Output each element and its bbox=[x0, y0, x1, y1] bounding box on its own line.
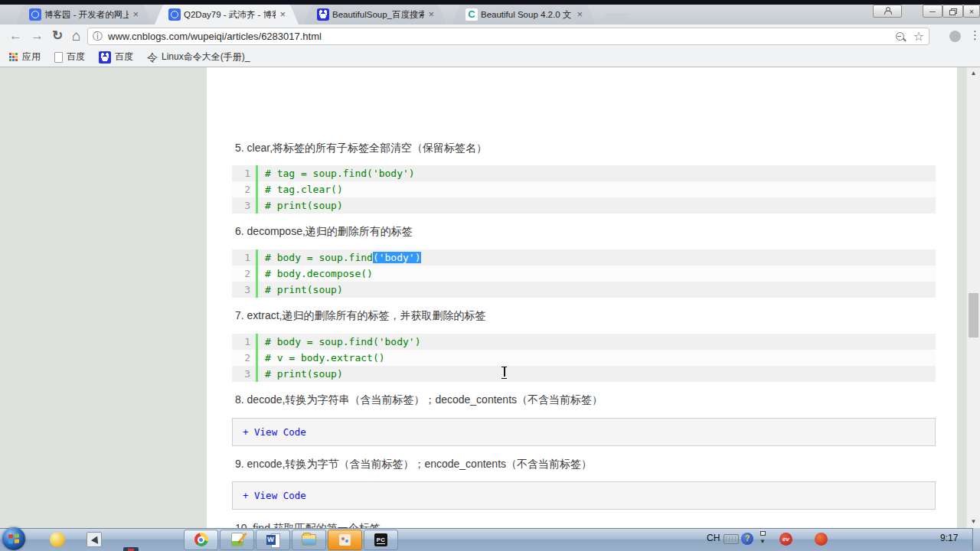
page-info-icon[interactable]: ⓘ bbox=[93, 30, 103, 44]
section-heading: 8. decode,转换为字符串（含当前标签）；decode_contents（… bbox=[235, 393, 603, 407]
section-heading: 6. decompose,递归的删除所有的标签 bbox=[235, 225, 413, 239]
view-code-toggle[interactable]: + View Code bbox=[232, 418, 936, 446]
recording-indicator-icon[interactable] bbox=[815, 533, 828, 546]
tab-title: 博客园 - 开发者的网上家 bbox=[44, 9, 129, 21]
code-block: 1# tag = soup.find('body') 2# tag.clear(… bbox=[232, 165, 936, 214]
help-icon[interactable]: ? bbox=[741, 533, 753, 545]
tab-q2day79-active[interactable]: Q2Day79 - 武沛齐 - 博客 × bbox=[155, 5, 299, 24]
forward-icon[interactable]: → bbox=[31, 28, 44, 44]
page-viewport: 5. clear,将标签的所有子标签全部清空（保留标签名） 1# tag = s… bbox=[0, 67, 980, 528]
line-number: 3 bbox=[232, 197, 258, 214]
code-text[interactable]: # print(soup) bbox=[258, 197, 343, 214]
vertical-scrollbar[interactable]: ▲ ▼ bbox=[966, 67, 980, 528]
save-floppy-icon[interactable] bbox=[123, 547, 139, 551]
bs-docs-favicon-icon: C bbox=[466, 8, 478, 21]
tab-baidu-search[interactable]: BeautifulSoup_百度搜索 × bbox=[303, 5, 447, 24]
text-editor-icon bbox=[231, 533, 243, 546]
maximize-button[interactable] bbox=[942, 5, 963, 18]
article-content: 5. clear,将标签的所有子标签全部清空（保留标签名） 1# tag = s… bbox=[207, 67, 957, 528]
home-icon[interactable]: ⌂ bbox=[72, 28, 80, 44]
line-number: 3 bbox=[232, 282, 258, 298]
bookmark-label: 百度 bbox=[115, 51, 133, 64]
word-icon bbox=[266, 533, 280, 546]
tab-title: Beautiful Soup 4.2.0 文 bbox=[481, 9, 573, 21]
code-text[interactable]: # body = soup.find('body') bbox=[258, 249, 421, 266]
round-app-icon[interactable] bbox=[50, 532, 65, 547]
tab-close-icon[interactable]: × bbox=[279, 11, 286, 18]
section-heading: 9. encode,转换为字节（含当前标签）；encode_contents（不… bbox=[235, 458, 592, 471]
code-text[interactable]: # body = soup.find('body') bbox=[258, 334, 421, 350]
code-text[interactable]: # print(soup) bbox=[258, 366, 343, 382]
line-number: 1 bbox=[232, 334, 258, 350]
new-tab-button[interactable] bbox=[600, 13, 629, 24]
tab-close-icon[interactable]: × bbox=[427, 11, 435, 18]
scroll-down-icon[interactable]: ▼ bbox=[967, 516, 980, 528]
browser-menu-icon[interactable]: ⋮ bbox=[969, 28, 980, 42]
code-text-plain: # body = soup.find bbox=[265, 252, 373, 263]
window-glyph-icon bbox=[760, 531, 766, 536]
code-text[interactable]: # tag.clear() bbox=[258, 181, 343, 197]
taskbar-editor-button[interactable] bbox=[220, 530, 254, 550]
start-button[interactable] bbox=[2, 527, 25, 550]
bookmark-linux-commands[interactable]: 令 Linux命令大全(手册)_ bbox=[147, 51, 250, 64]
tab-bar: 博客园 - 开发者的网上家 × Q2Day79 - 武沛齐 - 博客 × Bea… bbox=[0, 5, 980, 24]
back-icon[interactable]: ← bbox=[9, 28, 22, 44]
scrollbar-thumb[interactable] bbox=[969, 293, 978, 337]
cnblogs-favicon-icon bbox=[29, 8, 41, 21]
tab-cnblogs-home[interactable]: 博客园 - 开发者的网上家 × bbox=[15, 5, 152, 24]
view-code-toggle[interactable]: + View Code bbox=[232, 481, 936, 510]
code-text[interactable]: # body.decompose() bbox=[258, 266, 373, 282]
taskbar-word-button[interactable] bbox=[256, 530, 290, 550]
profile-button[interactable] bbox=[873, 5, 902, 18]
taskbar-pycharm-button[interactable]: PC bbox=[364, 530, 398, 550]
taskbar-chrome-button[interactable] bbox=[184, 530, 218, 550]
code-block: 1# body = soup.find('body') 2# body.deco… bbox=[232, 249, 936, 298]
scroll-up-icon[interactable]: ▲ bbox=[967, 67, 980, 80]
code-text[interactable]: # tag = soup.find('body') bbox=[258, 165, 415, 181]
bookmark-label: Linux命令大全(手册)_ bbox=[162, 51, 250, 64]
section-heading: 7. extract,递归的删除所有的标签，并获取删除的标签 bbox=[235, 309, 485, 323]
linux-site-favicon-icon: 令 bbox=[147, 51, 158, 64]
bookmark-label: 百度 bbox=[67, 51, 85, 64]
caret-down-icon: ▼ bbox=[760, 538, 766, 545]
zoom-out-icon[interactable] bbox=[896, 32, 904, 41]
show-hidden-icons[interactable]: ▼ bbox=[759, 531, 768, 546]
folder-icon bbox=[302, 534, 316, 546]
language-indicator[interactable]: CH bbox=[707, 533, 720, 543]
taskbar-flashing-app-button[interactable] bbox=[328, 530, 362, 550]
show-desktop-button[interactable] bbox=[972, 528, 980, 551]
screen-capture-icon[interactable] bbox=[87, 532, 102, 547]
taskbar bbox=[0, 528, 980, 551]
keyboard-icon[interactable] bbox=[724, 534, 739, 544]
pycharm-icon: PC bbox=[374, 533, 387, 546]
bookmark-baidu-doc[interactable]: 百度 bbox=[54, 51, 85, 64]
tab-close-icon[interactable]: × bbox=[576, 11, 583, 18]
flashing-app-icon bbox=[339, 534, 351, 546]
bookmark-star-icon[interactable]: ☆ bbox=[913, 31, 924, 42]
line-number: 1 bbox=[232, 165, 258, 181]
ev-capture-icon[interactable]: ev bbox=[779, 533, 792, 546]
address-bar[interactable]: ⓘ www.cnblogs.com/wupeiqi/articles/62830… bbox=[87, 28, 929, 45]
extension-icon[interactable] bbox=[949, 31, 961, 42]
line-number: 2 bbox=[232, 266, 258, 282]
section-heading: 10. find,获取匹配的第一个标签 bbox=[235, 522, 381, 528]
tab-bs-docs[interactable]: C Beautiful Soup 4.2.0 文 × bbox=[452, 5, 596, 24]
reload-icon[interactable]: ↻ bbox=[52, 28, 63, 44]
bookmark-baidu[interactable]: 百度 bbox=[99, 51, 133, 64]
tab-close-icon[interactable]: × bbox=[132, 11, 139, 18]
page-right-margin bbox=[957, 67, 966, 528]
cnblogs-favicon-icon bbox=[168, 8, 181, 21]
line-number: 3 bbox=[232, 366, 258, 382]
code-text[interactable]: # print(soup) bbox=[258, 282, 343, 298]
bookmark-label: 应用 bbox=[22, 51, 41, 64]
taskbar-explorer-button[interactable] bbox=[292, 530, 326, 550]
clock[interactable]: 9:17 bbox=[940, 533, 958, 543]
view-code-label: + View Code bbox=[243, 426, 306, 438]
close-window-button[interactable]: × bbox=[963, 5, 980, 18]
url-text[interactable]: www.cnblogs.com/wupeiqi/articles/6283017… bbox=[108, 31, 896, 42]
text-cursor bbox=[501, 366, 508, 378]
tab-title: Q2Day79 - 武沛齐 - 博客 bbox=[184, 9, 276, 21]
bookmark-apps[interactable]: 应用 bbox=[9, 51, 41, 64]
code-text[interactable]: # v = body.extract() bbox=[258, 350, 385, 366]
minimize-button[interactable]: ─ bbox=[923, 5, 942, 18]
